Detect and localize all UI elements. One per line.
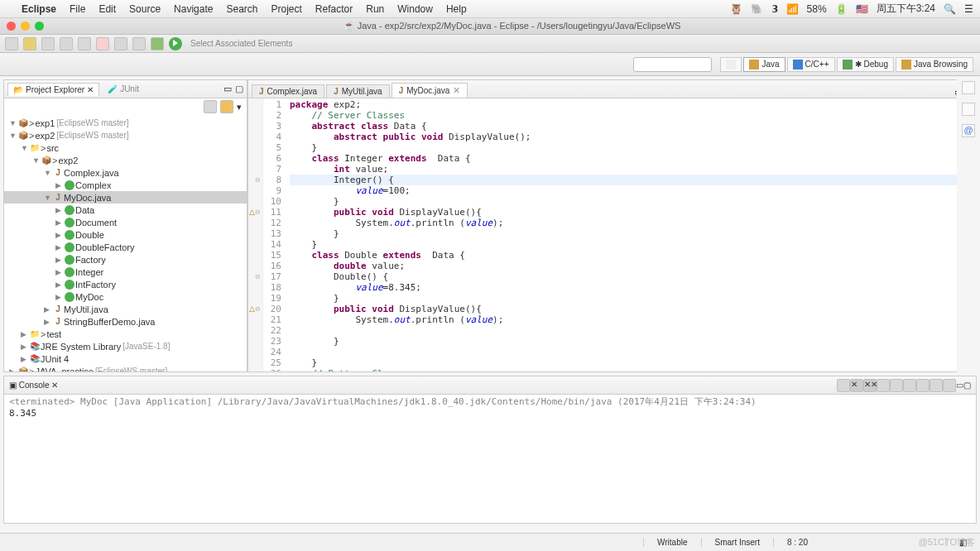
- tree-node[interactable]: ▶Document: [4, 216, 247, 228]
- run-icon[interactable]: [169, 37, 182, 50]
- close-window[interactable]: [7, 22, 16, 31]
- help-icon[interactable]: @: [962, 124, 975, 137]
- outline-view-icon[interactable]: [962, 81, 975, 94]
- close-tab-icon[interactable]: ✕: [453, 85, 460, 96]
- tree-node[interactable]: ▶Integer: [4, 266, 247, 278]
- perspective-java[interactable]: Java: [743, 57, 785, 72]
- annotation-ruler[interactable]: ⊖△⊖⊖△⊖: [248, 98, 263, 371]
- view-minimize-icon[interactable]: ▭: [956, 381, 963, 390]
- tree-node[interactable]: ▶📁test: [4, 328, 247, 340]
- pin-console-icon[interactable]: [916, 379, 930, 392]
- tree-node[interactable]: ▶DoubleFactory: [4, 241, 247, 253]
- view-menu-icon[interactable]: ▾: [237, 102, 242, 113]
- menu-file[interactable]: File: [63, 3, 92, 15]
- tree-node[interactable]: ▶📚JUnit 4: [4, 352, 247, 365]
- menuextra-icon[interactable]: 🦉: [730, 3, 742, 15]
- console-output[interactable]: <terminated> MyDoc [Java Application] /L…: [4, 395, 976, 523]
- menu-run[interactable]: Run: [359, 3, 391, 15]
- toolbar-icon[interactable]: [114, 37, 127, 50]
- editor-tab[interactable]: J MyDoc.java ✕: [392, 83, 468, 98]
- tree-node[interactable]: ▶IntFactory: [4, 278, 247, 290]
- tree-node[interactable]: ▼📦exp2: [4, 154, 247, 166]
- menu-search[interactable]: Search: [219, 3, 264, 15]
- menu-help[interactable]: Help: [440, 3, 473, 15]
- notif-icon[interactable]: ☰: [964, 3, 973, 15]
- console-toolbar-icon[interactable]: [837, 379, 850, 392]
- app-name[interactable]: Eclipse: [15, 3, 63, 15]
- tree-node[interactable]: ▶Factory: [4, 253, 247, 266]
- toolbar-icon[interactable]: [41, 37, 55, 50]
- tree-node[interactable]: ▶Complex: [4, 179, 247, 191]
- quick-access-input[interactable]: [633, 57, 712, 72]
- tree-node[interactable]: ▼📦exp1 [EclipseWS master]: [4, 117, 247, 129]
- battery-icon[interactable]: 🔋: [835, 3, 848, 15]
- tree-node[interactable]: ▶MyDoc: [4, 290, 247, 303]
- clock[interactable]: 周五下午3:24: [877, 2, 935, 16]
- save-icon[interactable]: [23, 37, 36, 50]
- menuextra-icon[interactable]: 𝟯: [771, 3, 778, 15]
- tree-node[interactable]: ▶Double: [4, 228, 247, 241]
- project-explorer-view: 📂 Project Explorer ✕ 🧪 JUnit ▭ ▢ ▾ ▼📦exp…: [3, 79, 247, 372]
- wifi-icon[interactable]: 📶: [786, 3, 799, 15]
- view-maximize-icon[interactable]: ▢: [963, 381, 971, 390]
- toolbar-icon[interactable]: [78, 37, 91, 50]
- editor-body[interactable]: ⊖△⊖⊖△⊖ 123456789101112131415161718192021…: [248, 98, 976, 371]
- minimize-window[interactable]: [21, 22, 30, 31]
- select-associated[interactable]: Select Associated Elements: [190, 39, 292, 48]
- console-tab[interactable]: ▣ Console ✕: [9, 381, 58, 390]
- perspective-java-browsing[interactable]: Java Browsing: [896, 57, 973, 72]
- tree-node[interactable]: ▼JMyDoc.java: [4, 191, 247, 204]
- display-console-icon[interactable]: [930, 379, 943, 392]
- main-area: 📂 Project Explorer ✕ 🧪 JUnit ▭ ▢ ▾ ▼📦exp…: [0, 76, 980, 376]
- menu-window[interactable]: Window: [391, 3, 440, 15]
- tree-node[interactable]: ▶Data: [4, 204, 247, 216]
- toolbar-icon[interactable]: [132, 37, 146, 50]
- toolbar-icon[interactable]: [60, 37, 73, 50]
- editor-tab[interactable]: J Complex.java: [252, 84, 324, 98]
- battery-percent: 58%: [807, 3, 827, 15]
- scroll-lock-icon[interactable]: [903, 379, 916, 392]
- menu-navigate[interactable]: Navigate: [167, 3, 219, 15]
- console-view: ▣ Console ✕ ✕ ✕✕ ▭ ▢ <terminated> MyDoc …: [3, 376, 977, 524]
- open-console-icon[interactable]: [943, 379, 956, 392]
- remove-all-icon[interactable]: ✕✕: [863, 379, 877, 392]
- toolbar-icon[interactable]: [96, 37, 109, 50]
- spotlight-icon[interactable]: 🔍: [944, 3, 956, 15]
- tree-node[interactable]: ▶JStringBufferDemo.java: [4, 315, 247, 328]
- code-area[interactable]: package exp2; // Server Classes abstract…: [286, 98, 976, 371]
- junit-tab[interactable]: 🧪 JUnit: [103, 83, 144, 95]
- collapse-all-icon[interactable]: [204, 100, 217, 113]
- flag-icon[interactable]: 🇺🇸: [856, 3, 868, 15]
- tree-node[interactable]: ▼📦exp2 [EclipseWS master]: [4, 129, 247, 141]
- perspective-debug[interactable]: ✱Debug: [837, 57, 894, 72]
- link-editor-icon[interactable]: [220, 100, 233, 113]
- zoom-window[interactable]: [35, 22, 44, 31]
- project-tree[interactable]: ▼📦exp1 [EclipseWS master]▼📦exp2 [Eclipse…: [4, 115, 247, 371]
- right-trim-bar: @: [957, 76, 980, 374]
- perspective-ccpp[interactable]: C/C++: [787, 57, 835, 72]
- view-maximize-icon[interactable]: ▢: [235, 84, 243, 94]
- project-explorer-tab[interactable]: 📂 Project Explorer ✕: [7, 83, 99, 96]
- task-list-icon[interactable]: [962, 103, 975, 116]
- clear-console-icon[interactable]: [890, 379, 903, 392]
- new-icon[interactable]: [5, 37, 18, 50]
- menu-refactor[interactable]: Refactor: [309, 3, 359, 15]
- editor-tab[interactable]: J MyUtil.java: [326, 84, 389, 98]
- menuextra-icon[interactable]: 🐘: [751, 3, 763, 15]
- tree-node[interactable]: ▼📁src: [4, 141, 247, 154]
- tree-node[interactable]: ▶JMyUtil.java: [4, 303, 247, 315]
- status-insert-mode: Smart Insert: [701, 538, 773, 547]
- open-perspective-icon[interactable]: [720, 57, 742, 72]
- menu-source[interactable]: Source: [122, 3, 167, 15]
- debug-icon[interactable]: [151, 37, 164, 50]
- status-cursor-pos: 8 : 20: [773, 538, 821, 547]
- console-toolbar-icon[interactable]: [877, 379, 890, 392]
- menu-project[interactable]: Project: [265, 3, 309, 15]
- tree-node[interactable]: ▶📚JRE System Library [JavaSE-1.8]: [4, 340, 247, 352]
- remove-launch-icon[interactable]: ✕: [850, 379, 863, 392]
- view-minimize-icon[interactable]: ▭: [223, 84, 232, 94]
- line-number-gutter[interactable]: 1234567891011121314151617181920212223242…: [263, 98, 286, 371]
- menu-edit[interactable]: Edit: [92, 3, 122, 15]
- tree-node[interactable]: ▼JComplex.java: [4, 166, 247, 179]
- tree-node[interactable]: ▶📦JAVA_practice [EclipseWS master]: [4, 365, 247, 371]
